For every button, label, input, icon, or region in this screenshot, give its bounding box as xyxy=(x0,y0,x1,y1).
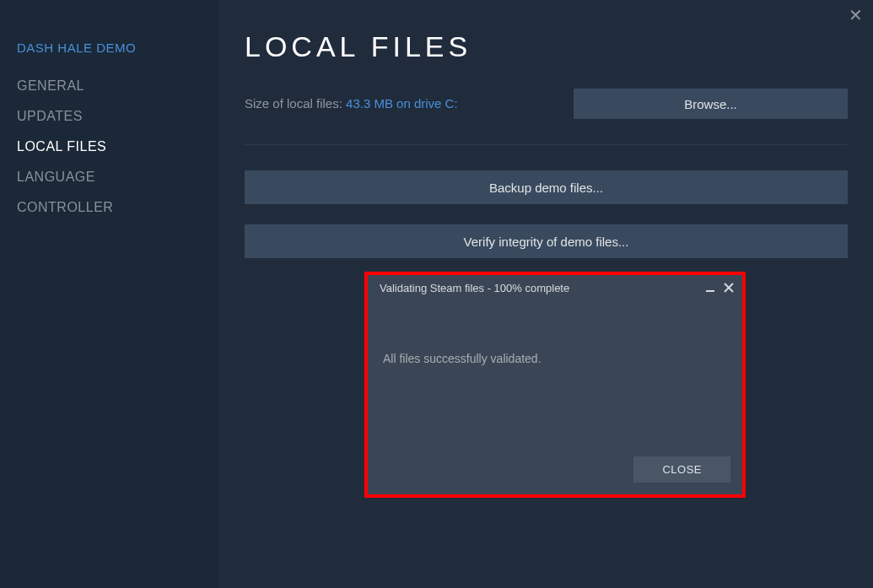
window-close-icon[interactable]: ✕ xyxy=(849,7,863,24)
page-title: LOCAL FILES xyxy=(245,30,848,63)
dialog-title: Validating Steam files - 100% complete xyxy=(380,282,569,294)
browse-button[interactable]: Browse... xyxy=(574,89,848,119)
sidebar-item-language[interactable]: LANGUAGE xyxy=(17,170,202,185)
sidebar-item-updates[interactable]: UPDATES xyxy=(17,109,202,124)
minimize-icon[interactable] xyxy=(705,283,715,294)
sidebar-item-local-files[interactable]: LOCAL FILES xyxy=(17,139,202,154)
dialog-body: All files successfully validated. xyxy=(368,301,742,380)
dialog-window-controls xyxy=(705,283,734,294)
dialog-titlebar: Validating Steam files - 100% complete xyxy=(368,275,742,301)
validation-dialog: Validating Steam files - 100% complete A… xyxy=(364,272,746,498)
dialog-close-button[interactable]: CLOSE xyxy=(633,456,730,483)
size-row: Size of local files: 43.3 MB on drive C:… xyxy=(245,89,848,119)
sidebar-title: DASH HALE DEMO xyxy=(17,40,202,55)
sidebar-item-general[interactable]: GENERAL xyxy=(17,78,202,94)
sidebar: DASH HALE DEMO GENERAL UPDATES LOCAL FIL… xyxy=(0,0,219,588)
close-icon[interactable] xyxy=(724,283,734,294)
size-label: Size of local files: xyxy=(245,96,346,111)
verify-button[interactable]: Verify integrity of demo files... xyxy=(245,224,848,258)
size-value[interactable]: 43.3 MB on drive C: xyxy=(346,96,458,111)
backup-button[interactable]: Backup demo files... xyxy=(245,170,848,204)
dialog-message: All files successfully validated. xyxy=(383,352,727,365)
sidebar-item-controller[interactable]: CONTROLLER xyxy=(17,200,202,215)
dialog-footer: CLOSE xyxy=(633,456,730,483)
divider xyxy=(245,144,848,145)
size-info: Size of local files: 43.3 MB on drive C: xyxy=(245,96,458,111)
